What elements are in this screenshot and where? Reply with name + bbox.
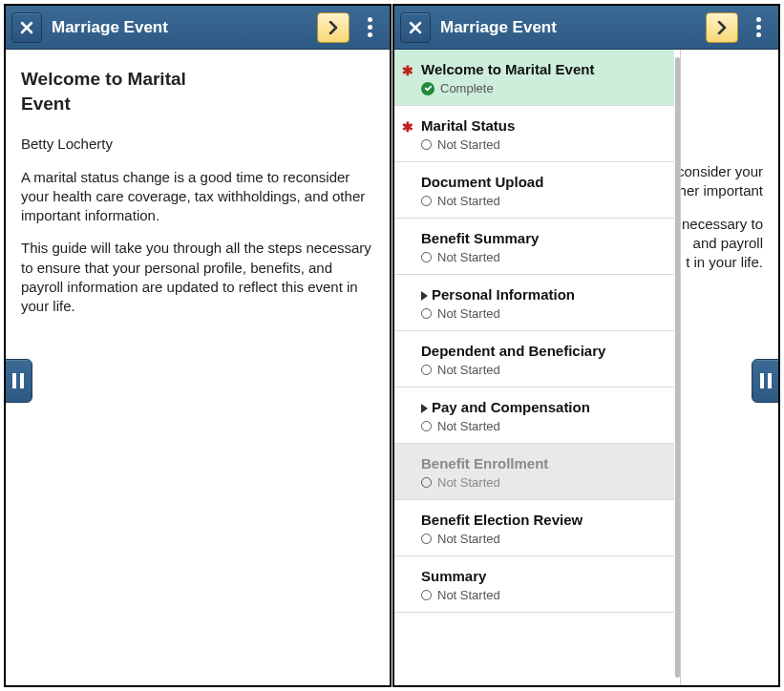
more-options-button[interactable] xyxy=(355,12,384,43)
step-title: Welcome to Marital Event xyxy=(421,61,665,77)
step-status: Complete xyxy=(421,81,665,95)
step-item[interactable]: Benefit EnrollmentNot Started xyxy=(394,444,674,500)
close-icon xyxy=(20,21,33,34)
person-name: Betty Locherty xyxy=(21,135,374,154)
panel-steps: Marriage Event econsider your d other im… xyxy=(392,4,780,687)
radio-empty-icon xyxy=(421,252,432,262)
step-title: Benefit Summary xyxy=(421,230,665,246)
header-bar: Marriage Event xyxy=(6,6,390,50)
kebab-dot-icon xyxy=(756,32,761,37)
step-status-text: Complete xyxy=(440,81,494,95)
required-asterisk-icon: ✱ xyxy=(402,63,413,78)
chevron-right-icon xyxy=(328,21,338,34)
next-button[interactable] xyxy=(706,12,738,43)
step-list-panel: ✱Welcome to Marital EventComplete✱Marita… xyxy=(394,50,681,685)
step-title-text: Benefit Summary xyxy=(421,230,539,246)
radio-empty-icon xyxy=(421,477,432,488)
step-status-text: Not Started xyxy=(437,306,500,321)
step-item[interactable]: Dependent and BeneficiaryNot Started xyxy=(394,331,674,387)
page-title: Marriage Event xyxy=(52,18,317,37)
header-bar: Marriage Event xyxy=(394,6,778,50)
radio-empty-icon xyxy=(421,534,432,544)
step-title-text: Personal Information xyxy=(432,286,575,303)
step-item[interactable]: Document UploadNot Started xyxy=(394,162,674,219)
step-item[interactable]: Personal InformationNot Started xyxy=(394,275,674,331)
welcome-content: Welcome to Marital Event Betty Locherty … xyxy=(6,50,390,346)
step-title-text: Welcome to Marital Event xyxy=(421,61,594,77)
step-status: Not Started xyxy=(421,306,665,321)
step-title: Marital Status xyxy=(421,117,665,134)
step-item[interactable]: SummaryNot Started xyxy=(394,556,674,613)
step-title-text: Benefit Election Review xyxy=(421,512,583,528)
radio-empty-icon xyxy=(421,308,432,319)
more-options-button[interactable] xyxy=(744,12,773,43)
close-icon xyxy=(409,21,422,34)
step-title: Benefit Election Review xyxy=(421,512,665,528)
radio-empty-icon xyxy=(421,139,432,150)
close-button[interactable] xyxy=(400,12,431,43)
check-circle-icon xyxy=(421,82,434,95)
step-status: Not Started xyxy=(421,194,665,208)
radio-empty-icon xyxy=(421,196,432,206)
step-status-text: Not Started xyxy=(437,419,500,433)
pause-icon xyxy=(12,373,24,388)
step-title: Benefit Enrollment xyxy=(421,455,665,471)
welcome-heading: Welcome to Marital Event xyxy=(21,67,212,115)
kebab-dot-icon xyxy=(368,17,372,22)
caret-right-icon xyxy=(421,291,428,301)
scrollbar[interactable] xyxy=(675,57,680,678)
step-status: Not Started xyxy=(421,475,665,490)
caret-right-icon xyxy=(421,404,428,413)
step-status: Not Started xyxy=(421,588,665,602)
step-status-text: Not Started xyxy=(437,194,500,208)
kebab-dot-icon xyxy=(756,17,761,22)
page-title: Marriage Event xyxy=(440,18,706,37)
step-title: Personal Information xyxy=(421,286,665,303)
step-title: Pay and Compensation xyxy=(421,399,665,415)
kebab-dot-icon xyxy=(756,25,761,30)
step-status-text: Not Started xyxy=(437,137,500,152)
sidebar-toggle[interactable] xyxy=(4,359,32,403)
step-item[interactable]: Benefit Election ReviewNot Started xyxy=(394,500,674,556)
welcome-para-1: A marital status change is a good time t… xyxy=(21,168,374,226)
radio-empty-icon xyxy=(421,421,432,431)
step-status-text: Not Started xyxy=(437,250,500,264)
sidebar-toggle[interactable] xyxy=(752,359,780,403)
step-status: Not Started xyxy=(421,532,665,546)
step-item[interactable]: ✱Marital StatusNot Started xyxy=(394,106,674,162)
step-status: Not Started xyxy=(421,137,665,152)
step-status: Not Started xyxy=(421,363,665,377)
required-asterisk-icon: ✱ xyxy=(402,119,413,135)
step-title-text: Benefit Enrollment xyxy=(421,455,548,471)
step-item[interactable]: Benefit SummaryNot Started xyxy=(394,219,674,275)
chevron-right-icon xyxy=(717,21,727,34)
step-status-text: Not Started xyxy=(437,588,500,602)
step-title-text: Marital Status xyxy=(421,117,515,134)
step-title: Summary xyxy=(421,568,665,584)
next-button[interactable] xyxy=(317,12,350,43)
pause-icon xyxy=(760,373,772,388)
step-status-text: Not Started xyxy=(437,363,500,377)
step-title-text: Dependent and Beneficiary xyxy=(421,343,605,359)
step-status-text: Not Started xyxy=(437,532,500,546)
step-title-text: Pay and Compensation xyxy=(432,399,590,415)
step-item[interactable]: ✱Welcome to Marital EventComplete xyxy=(394,50,674,106)
step-status: Not Started xyxy=(421,419,665,433)
close-button[interactable] xyxy=(11,12,42,43)
step-item[interactable]: Pay and CompensationNot Started xyxy=(394,387,674,444)
step-title: Dependent and Beneficiary xyxy=(421,343,665,359)
radio-empty-icon xyxy=(421,365,432,375)
step-title-text: Document Upload xyxy=(421,174,543,190)
radio-empty-icon xyxy=(421,590,432,600)
panel-welcome: Marriage Event Welcome to Marital Event … xyxy=(4,4,392,687)
step-status-text: Not Started xyxy=(437,475,500,490)
step-title: Document Upload xyxy=(421,174,665,190)
step-list[interactable]: ✱Welcome to Marital EventComplete✱Marita… xyxy=(394,50,674,685)
kebab-dot-icon xyxy=(368,25,372,30)
step-status: Not Started xyxy=(421,250,665,264)
step-title-text: Summary xyxy=(421,568,486,584)
kebab-dot-icon xyxy=(368,32,372,37)
welcome-para-2: This guide will take you through all the… xyxy=(21,239,374,316)
